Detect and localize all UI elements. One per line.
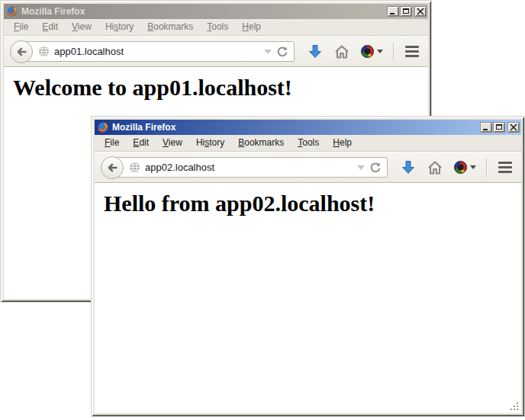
url-bar[interactable]: app01.localhost — [21, 41, 295, 62]
window-title: Mozilla Firefox — [112, 120, 479, 135]
navigation-toolbar: app01.localhost — [4, 36, 428, 67]
menu-bookmarks[interactable]: Bookmarks — [231, 136, 291, 150]
close-button[interactable] — [507, 122, 520, 133]
maximize-button[interactable] — [493, 122, 505, 133]
menu-label-post: ile — [19, 21, 28, 32]
menu-label-post: dit — [48, 21, 58, 32]
home-icon — [427, 160, 443, 175]
back-button[interactable] — [101, 156, 124, 179]
downloads-button[interactable] — [401, 160, 416, 175]
url-text: app01.localhost — [54, 46, 259, 57]
menu-history[interactable]: History — [98, 20, 140, 34]
hamburger-icon — [405, 55, 419, 57]
menu-label-post: ile — [110, 137, 119, 148]
resize-grip[interactable] — [510, 402, 520, 412]
download-arrow-icon — [401, 160, 416, 175]
menu-label-post: elp — [249, 21, 261, 32]
minimize-button[interactable] — [480, 122, 492, 133]
extension-button[interactable] — [454, 161, 476, 174]
urlbar-dropdown-icon[interactable] — [264, 50, 272, 54]
color-wheel-icon — [454, 161, 467, 174]
close-icon — [415, 7, 426, 16]
menu-label-post: dit — [139, 137, 149, 148]
menu-panel-button[interactable] — [497, 160, 514, 175]
hamburger-icon — [498, 162, 512, 164]
minimize-button[interactable] — [387, 6, 399, 17]
menu-accesskey: V — [72, 21, 78, 32]
menu-panel-button[interactable] — [404, 44, 420, 59]
menu-file[interactable]: File — [7, 20, 35, 34]
page-heading: Welcome to app01.localhost! — [13, 75, 428, 101]
menu-label-post: iew — [78, 21, 92, 32]
browser-window-app02: Mozilla Firefox File Edit View History B… — [91, 116, 525, 417]
hamburger-icon — [498, 171, 512, 173]
menu-label-post: tory — [209, 137, 224, 148]
minimize-icon — [483, 129, 488, 130]
back-icon — [14, 45, 28, 59]
hamburger-icon — [405, 50, 419, 53]
menu-label-post: tory — [118, 21, 134, 32]
menu-file[interactable]: File — [98, 136, 126, 150]
url-text: app02.localhost — [145, 162, 353, 173]
menu-label-post: ools — [302, 137, 319, 148]
menu-edit[interactable]: Edit — [126, 136, 156, 150]
reload-icon[interactable] — [369, 162, 382, 174]
menu-label-post: ools — [211, 21, 228, 32]
menu-bookmarks[interactable]: Bookmarks — [140, 20, 200, 34]
toolbar-separator — [393, 43, 394, 61]
home-icon — [334, 44, 349, 59]
download-arrow-icon — [308, 44, 323, 59]
toolbar-separator — [486, 159, 487, 177]
close-button[interactable] — [414, 6, 427, 17]
extension-dropdown-icon — [377, 50, 383, 53]
url-bar[interactable]: app02.localhost — [111, 157, 388, 178]
hamburger-icon — [405, 46, 419, 48]
back-icon — [105, 161, 119, 175]
menu-accesskey: V — [163, 137, 169, 148]
window-title: Mozilla Firefox — [21, 4, 386, 19]
menu-bar: File Edit View History Bookmarks Tools H… — [95, 135, 521, 152]
menu-help[interactable]: Help — [235, 20, 268, 34]
maximize-icon — [403, 8, 409, 14]
menu-label-post: iew — [169, 137, 182, 148]
menu-view[interactable]: View — [156, 136, 189, 150]
menu-accesskey: H — [242, 21, 249, 32]
back-button[interactable] — [10, 40, 33, 63]
menu-history[interactable]: History — [189, 136, 231, 150]
extension-button[interactable] — [361, 45, 383, 58]
menu-help[interactable]: Help — [326, 136, 359, 150]
menu-view[interactable]: View — [65, 20, 98, 34]
minimize-icon — [390, 13, 395, 14]
maximize-button[interactable] — [400, 6, 412, 17]
extension-dropdown-icon — [470, 165, 476, 169]
menu-label-pre: Hi — [105, 21, 114, 32]
firefox-icon — [6, 5, 18, 18]
menu-accesskey: H — [333, 137, 340, 148]
menu-bar: File Edit View History Bookmarks Tools H… — [4, 19, 428, 36]
menu-tools[interactable]: Tools — [200, 20, 235, 34]
titlebar[interactable]: Mozilla Firefox — [95, 120, 521, 135]
downloads-button[interactable] — [308, 44, 323, 59]
color-wheel-icon — [361, 45, 374, 58]
reload-icon[interactable] — [276, 46, 288, 58]
menu-label-post: ookmarks — [244, 137, 284, 148]
page-heading: Hello from app02.localhost! — [104, 191, 521, 216]
navigation-toolbar: app02.localhost — [95, 152, 521, 183]
urlbar-dropdown-icon[interactable] — [357, 165, 365, 170]
firefox-icon — [97, 121, 109, 133]
menu-edit[interactable]: Edit — [35, 20, 65, 34]
menu-tools[interactable]: Tools — [291, 136, 326, 150]
menu-label-post: ookmarks — [153, 21, 193, 32]
titlebar[interactable]: Mozilla Firefox — [4, 4, 428, 19]
globe-icon — [129, 162, 140, 173]
menu-label-pre: Hi — [196, 137, 205, 148]
globe-icon — [38, 46, 50, 57]
menu-label-post: elp — [340, 137, 352, 148]
close-icon — [508, 123, 519, 132]
hamburger-icon — [498, 166, 512, 168]
home-button[interactable] — [427, 160, 443, 175]
maximize-icon — [496, 124, 502, 130]
page-content: Hello from app02.localhost! — [95, 183, 521, 413]
home-button[interactable] — [334, 44, 349, 59]
